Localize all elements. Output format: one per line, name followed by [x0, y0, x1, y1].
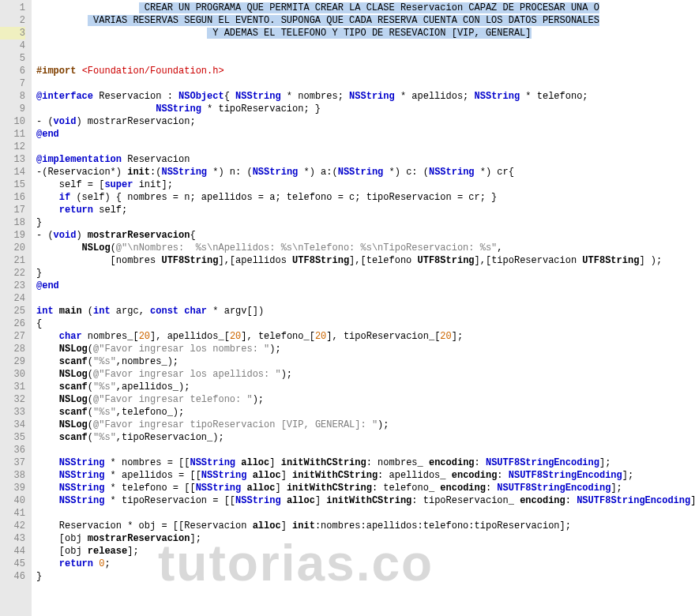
line-number: 30 — [0, 368, 25, 381]
line-number: 20 — [0, 242, 25, 254]
line-number: 11 — [0, 128, 25, 141]
code-line[interactable]: self = [super init]; — [36, 178, 695, 191]
code-line[interactable] — [36, 507, 695, 520]
line-number-gutter: 1234567891011121314151617181920212223242… — [0, 0, 32, 616]
code-line[interactable]: @interface Reservacion : NSObject{ NSStr… — [36, 90, 695, 103]
line-number: 31 — [0, 381, 25, 393]
line-number: 15 — [0, 178, 25, 191]
line-number: 22 — [0, 267, 25, 280]
code-line[interactable]: return 0; — [36, 558, 695, 570]
code-line[interactable]: [nombres UTF8String],[apellidos UTF8Stri… — [36, 254, 695, 267]
code-line[interactable] — [36, 77, 695, 90]
code-line[interactable]: } — [36, 267, 695, 280]
code-line[interactable]: VARIAS RESERVAS SEGUN EL EVENTO. SUPONGA… — [36, 14, 695, 27]
code-line[interactable] — [36, 141, 695, 153]
line-number: 14 — [0, 166, 25, 178]
code-line[interactable]: { — [36, 317, 695, 330]
code-line[interactable]: NSLog(@"Favor ingresar los nombres: "); — [36, 343, 695, 355]
line-number: 38 — [0, 469, 25, 482]
code-line[interactable]: NSString * tipoReservacion; } — [36, 103, 695, 115]
code-line[interactable]: @end — [36, 128, 695, 141]
line-number: 29 — [0, 355, 25, 368]
code-line[interactable]: NSLog(@"Favor ingresar tipoReservacion [… — [36, 419, 695, 431]
code-line[interactable] — [36, 292, 695, 305]
line-number: 34 — [0, 419, 25, 431]
code-line[interactable]: - (void) mostrarReservacion{ — [36, 229, 695, 242]
line-number: 9 — [0, 103, 25, 115]
code-line[interactable]: NSLog(@"\nNombres: %s\nApellidos: %s\nTe… — [36, 242, 695, 254]
line-number: 37 — [0, 456, 25, 469]
line-number: 35 — [0, 431, 25, 444]
line-number: 23 — [0, 280, 25, 292]
code-line[interactable]: scanf("%s",nombres_); — [36, 355, 695, 368]
code-line[interactable]: scanf("%s",telefono_); — [36, 406, 695, 419]
line-number: 42 — [0, 520, 25, 532]
line-number: 36 — [0, 444, 25, 456]
code-line[interactable]: } — [36, 570, 695, 583]
code-area[interactable]: CREAR UN PROGRAMA QUE PERMITA CREAR LA C… — [32, 0, 695, 616]
line-number: 8 — [0, 90, 25, 103]
line-number: 3 — [0, 27, 25, 39]
code-line[interactable]: - (void) mostrarReservacion; — [36, 115, 695, 128]
code-line[interactable]: [obj release]; — [36, 545, 695, 558]
line-number: 21 — [0, 254, 25, 267]
code-line[interactable]: char nombres_[20], apellidos_[20], telef… — [36, 330, 695, 343]
code-line[interactable]: NSLog(@"Favor ingresar telefono: "); — [36, 393, 695, 406]
line-number: 43 — [0, 532, 25, 545]
code-line[interactable] — [36, 52, 695, 65]
code-line[interactable]: return self; — [36, 204, 695, 216]
line-number: 4 — [0, 39, 25, 52]
code-line[interactable]: @end — [36, 280, 695, 292]
line-number: 18 — [0, 216, 25, 229]
code-line[interactable]: if (self) { nombres = n; apellidos = a; … — [36, 191, 695, 204]
line-number: 39 — [0, 482, 25, 494]
line-number: 28 — [0, 343, 25, 355]
code-line[interactable]: int main (int argc, const char * argv[]) — [36, 305, 695, 317]
code-line[interactable]: } — [36, 216, 695, 229]
line-number: 41 — [0, 507, 25, 520]
line-number: 46 — [0, 570, 25, 583]
code-line[interactable]: Reservacion * obj = [[Reservacion alloc]… — [36, 520, 695, 532]
code-line[interactable]: scanf("%s",tipoReservacion_); — [36, 431, 695, 444]
line-number: 40 — [0, 494, 25, 507]
code-line[interactable]: -(Reservacion*) init:(NSString *) n: (NS… — [36, 166, 695, 178]
code-line[interactable]: Y ADEMAS EL TELEFONO Y TIPO DE RESEVACIO… — [36, 27, 695, 39]
code-line[interactable]: NSString * nombres = [[NSString alloc] i… — [36, 456, 695, 469]
line-number: 6 — [0, 65, 25, 77]
code-line[interactable]: @implementation Reservacion — [36, 153, 695, 166]
code-line[interactable]: CREAR UN PROGRAMA QUE PERMITA CREAR LA C… — [36, 2, 695, 14]
line-number: 27 — [0, 330, 25, 343]
code-line[interactable]: [obj mostrarReservacion]; — [36, 532, 695, 545]
line-number: 45 — [0, 558, 25, 570]
code-line[interactable]: #import <Foundation/Foundation.h> — [36, 65, 695, 77]
code-line[interactable]: NSLog(@"Favor ingresar los apellidos: ")… — [36, 368, 695, 381]
code-line[interactable]: NSString * telefono = [[NSString alloc] … — [36, 482, 695, 494]
line-number: 26 — [0, 317, 25, 330]
line-number: 44 — [0, 545, 25, 558]
line-number: 17 — [0, 204, 25, 216]
code-line[interactable]: scanf("%s",apellidos_); — [36, 381, 695, 393]
line-number: 2 — [0, 14, 25, 27]
line-number: 1 — [0, 2, 25, 14]
line-number: 10 — [0, 115, 25, 128]
line-number: 33 — [0, 406, 25, 419]
code-line[interactable]: NSString * tipoReservacion = [[NSString … — [36, 494, 695, 507]
line-number: 5 — [0, 52, 25, 65]
line-number: 25 — [0, 305, 25, 317]
line-number: 32 — [0, 393, 25, 406]
line-number: 16 — [0, 191, 25, 204]
code-line[interactable] — [36, 444, 695, 456]
line-number: 13 — [0, 153, 25, 166]
code-line[interactable]: NSString * apellidos = [[NSString alloc]… — [36, 469, 695, 482]
code-line[interactable] — [36, 39, 695, 52]
line-number: 19 — [0, 229, 25, 242]
line-number: 24 — [0, 292, 25, 305]
line-number: 7 — [0, 77, 25, 90]
line-number: 12 — [0, 141, 25, 153]
code-editor[interactable]: 1234567891011121314151617181920212223242… — [0, 0, 695, 616]
